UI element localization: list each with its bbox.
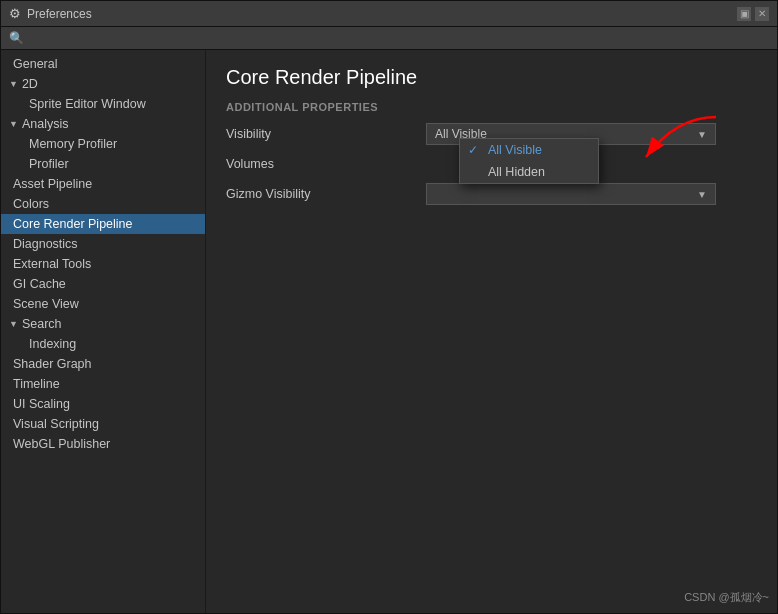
expand-triangle-search: ▼	[9, 319, 18, 329]
dropdown-option-all-visible[interactable]: ✓ All Visible	[460, 139, 598, 161]
sidebar: General ▼ 2D Sprite Editor Window ▼ Anal…	[1, 50, 206, 613]
sidebar-item-core-render-pipeline[interactable]: Core Render Pipeline	[1, 214, 205, 234]
window-title: Preferences	[27, 7, 92, 21]
content-area: Core Render Pipeline Additional Properti…	[206, 50, 777, 613]
option-all-hidden-label: All Hidden	[488, 165, 545, 179]
gizmo-visibility-label: Gizmo Visibility	[226, 187, 426, 201]
watermark: CSDN @孤烟冷~	[684, 590, 769, 605]
visibility-label: Visibility	[226, 127, 426, 141]
sidebar-item-visual-scripting[interactable]: Visual Scripting	[1, 414, 205, 434]
expand-triangle-2d: ▼	[9, 79, 18, 89]
section-label: Additional Properties	[226, 101, 757, 113]
sidebar-group-2d[interactable]: ▼ 2D	[1, 74, 205, 94]
window-icon: ⚙	[9, 6, 21, 21]
sidebar-item-sprite-editor-window[interactable]: Sprite Editor Window	[1, 94, 205, 114]
sidebar-group-analysis[interactable]: ▼ Analysis	[1, 114, 205, 134]
chevron-down-icon: ▼	[697, 129, 707, 140]
volumes-label: Volumes	[226, 157, 426, 171]
maximize-button[interactable]: ▣	[737, 7, 751, 21]
search-icon: 🔍	[9, 31, 24, 45]
sidebar-item-timeline[interactable]: Timeline	[1, 374, 205, 394]
dropdown-popup: ✓ All Visible All Hidden	[459, 138, 599, 184]
gizmo-visibility-dropdown[interactable]: ▼	[426, 183, 716, 205]
property-row-gizmo-visibility: Gizmo Visibility ▼	[226, 183, 757, 205]
sidebar-item-colors[interactable]: Colors	[1, 194, 205, 214]
search-bar: 🔍	[1, 27, 777, 50]
option-all-visible-label: All Visible	[488, 143, 542, 157]
sidebar-item-ui-scaling[interactable]: UI Scaling	[1, 394, 205, 414]
main-content: General ▼ 2D Sprite Editor Window ▼ Anal…	[1, 50, 777, 613]
sidebar-item-webgl-publisher[interactable]: WebGL Publisher	[1, 434, 205, 454]
sidebar-group-search[interactable]: ▼ Search	[1, 314, 205, 334]
expand-triangle-analysis: ▼	[9, 119, 18, 129]
title-bar: ⚙ Preferences ▣ ✕	[1, 1, 777, 27]
chevron-down-icon-2: ▼	[697, 189, 707, 200]
sidebar-item-profiler[interactable]: Profiler	[1, 154, 205, 174]
preferences-window: ⚙ Preferences ▣ ✕ 🔍 General ▼ 2D Sprite …	[0, 0, 778, 614]
checkmark-icon: ✓	[468, 143, 482, 157]
sidebar-item-scene-view[interactable]: Scene View	[1, 294, 205, 314]
dropdown-option-all-hidden[interactable]: All Hidden	[460, 161, 598, 183]
sidebar-item-indexing[interactable]: Indexing	[1, 334, 205, 354]
sidebar-item-memory-profiler[interactable]: Memory Profiler	[1, 134, 205, 154]
sidebar-item-asset-pipeline[interactable]: Asset Pipeline	[1, 174, 205, 194]
title-bar-controls: ▣ ✕	[737, 7, 769, 21]
sidebar-item-gi-cache[interactable]: GI Cache	[1, 274, 205, 294]
sidebar-item-shader-graph[interactable]: Shader Graph	[1, 354, 205, 374]
search-input[interactable]	[30, 31, 769, 45]
sidebar-item-external-tools[interactable]: External Tools	[1, 254, 205, 274]
title-bar-left: ⚙ Preferences	[9, 6, 92, 21]
page-title: Core Render Pipeline	[226, 66, 757, 89]
sidebar-item-diagnostics[interactable]: Diagnostics	[1, 234, 205, 254]
gizmo-visibility-control: ▼	[426, 183, 757, 205]
sidebar-item-general[interactable]: General	[1, 54, 205, 74]
close-button[interactable]: ✕	[755, 7, 769, 21]
